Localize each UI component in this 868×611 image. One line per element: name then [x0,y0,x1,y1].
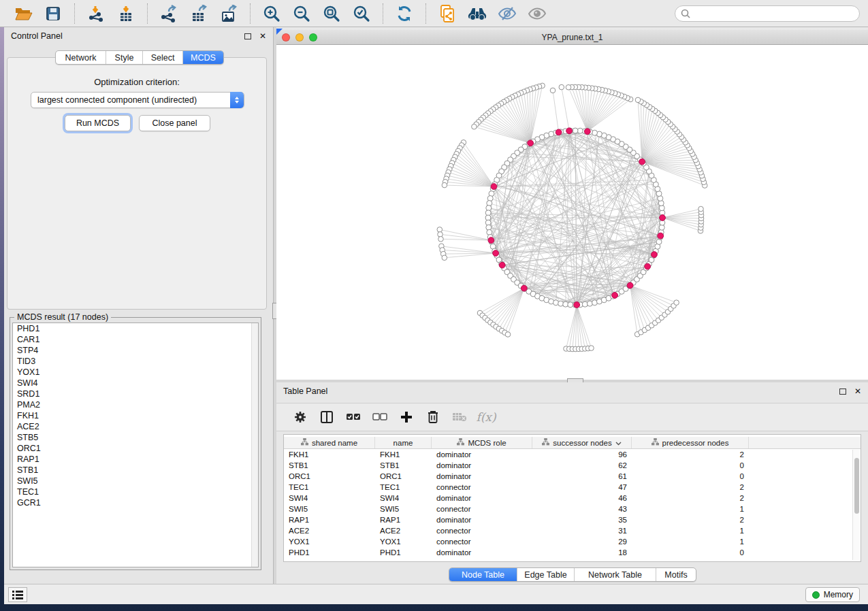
tab-edge-table[interactable]: Edge Table [517,568,575,581]
optimization-criterion-select[interactable]: largest connected component (undirected) [31,92,244,108]
select-all-columns-icon[interactable] [344,408,362,426]
mcds-result-item[interactable]: RAP1 [13,454,258,465]
toolbar-separator [425,3,426,24]
column-header-successor-nodes[interactable]: successor nodes [532,437,632,448]
list-icon [12,591,23,599]
mcds-result-item[interactable]: ACE2 [13,421,258,432]
search-box[interactable] [675,5,860,22]
zoom-out-icon[interactable] [291,3,312,24]
column-header-MCDS-role[interactable]: MCDS role [432,437,532,448]
tab-node-table[interactable]: Node Table [449,568,517,581]
import-network-icon[interactable] [86,3,106,24]
mcds-list-scrollbar[interactable] [251,323,258,567]
tab-network[interactable]: Network [56,51,106,64]
network-canvas[interactable] [276,45,868,380]
mcds-result-item[interactable]: PMA2 [13,399,258,410]
add-column-icon[interactable] [398,408,415,426]
zoom-selected-icon[interactable] [351,3,372,24]
column-label: predecessor nodes [662,439,729,447]
table-row[interactable]: FKH1FKH1dominator962 [284,449,861,460]
table-cell: TEC1 [375,483,432,491]
toolbar-separator [383,3,383,24]
scrollbar-thumb[interactable] [854,458,859,514]
table-row[interactable]: TEC1TEC1connector472 [284,482,861,493]
table-row[interactable]: ACE2ACE2connector311 [284,525,861,536]
network-view-panel: YPA_prune.txt_1 [276,27,868,380]
table-cell: PHD1 [284,548,375,557]
table-header-row: shared namenameMCDS rolesuccessor nodesp… [284,437,861,449]
memory-button[interactable]: Memory [805,587,860,602]
table-row[interactable]: SWI5SWI5connector431 [284,503,861,514]
mcds-result-item[interactable]: TEC1 [13,486,258,497]
column-header-name[interactable]: name [375,437,432,448]
float-panel-icon[interactable] [244,33,251,39]
tab-network-table[interactable]: Network Table [575,568,656,581]
minimize-traffic-light-icon[interactable] [295,33,304,42]
export-table-icon[interactable] [189,3,209,24]
mcds-result-item[interactable]: SWI5 [13,476,258,486]
table-row[interactable]: YOX1YOX1connector291 [284,536,861,547]
mcds-result-item[interactable]: GCR1 [13,497,258,508]
mcds-result-list[interactable]: PHD1CAR1STP4TID3YOX1SWI4SRD1PMA2FKH1ACE2… [12,323,259,567]
close-panel-icon[interactable]: ✕ [259,32,266,40]
show-all-eye-icon[interactable] [527,3,547,24]
deselect-all-columns-icon[interactable] [371,408,389,426]
tab-motifs[interactable]: Motifs [656,568,696,581]
mcds-result-item[interactable]: FKH1 [13,410,258,421]
table-cell: FKH1 [375,450,432,459]
search-input[interactable] [694,8,854,19]
open-folder-icon[interactable] [13,3,33,24]
mcds-result-item[interactable]: SRD1 [13,389,258,399]
close-traffic-light-icon[interactable] [282,33,290,42]
table-cell: connector [432,538,532,546]
mcds-result-item[interactable]: STB1 [13,465,258,476]
tab-select[interactable]: Select [143,51,183,64]
maximize-traffic-light-icon[interactable] [309,33,317,42]
table-cell: YOX1 [375,538,432,546]
column-layout-icon[interactable] [318,408,336,426]
control-panel: Control Panel ✕ Network Style Select MCD… [4,27,274,584]
mcds-result-item[interactable]: SWI4 [13,378,258,389]
mcds-result-item[interactable]: CAR1 [13,334,258,345]
mcds-result-item[interactable]: YOX1 [13,367,258,378]
zoom-in-icon[interactable] [261,3,282,24]
main-toolbar [0,0,868,27]
table-row[interactable]: SWI4SWI4dominator462 [284,493,861,503]
column-header-shared-name[interactable]: shared name [284,437,375,448]
column-header-predecessor-nodes[interactable]: predecessor nodes [632,437,749,448]
mcds-result-item[interactable]: PHD1 [13,323,258,334]
zoom-fit-icon[interactable] [321,3,342,24]
export-image-icon[interactable] [219,3,239,24]
float-panel-icon[interactable] [839,389,846,395]
mcds-result-item[interactable]: STB5 [13,432,258,443]
task-history-button[interactable] [8,587,27,602]
table-row[interactable]: ORC1ORC1dominator610 [284,471,861,482]
table-row[interactable]: PHD1PHD1dominator180 [284,547,861,558]
copy-network-icon[interactable] [437,3,457,24]
refresh-icon[interactable] [394,3,415,24]
mcds-result-item[interactable]: ORC1 [13,443,258,454]
table-cell: 0 [632,548,749,557]
close-panel-icon[interactable]: ✕ [854,387,861,395]
export-network-icon[interactable] [159,3,179,24]
save-icon[interactable] [43,3,63,24]
hide-selected-eye-slash-icon[interactable] [497,3,517,24]
close-panel-button[interactable]: Close panel [139,115,210,131]
delete-column-trash-icon[interactable] [424,408,442,426]
table-options-gear-icon[interactable] [291,408,309,426]
import-table-icon[interactable] [116,3,136,24]
tab-mcds[interactable]: MCDS [183,51,223,64]
mcds-result-item[interactable]: STP4 [13,345,258,356]
table-row[interactable]: RAP1RAP1dominator352 [284,514,861,525]
node-table[interactable]: shared namenameMCDS rolesuccessor nodesp… [283,434,861,562]
app-window: Control Panel ✕ Network Style Select MCD… [4,27,868,604]
criterion-selected-value: largest connected component (undirected) [37,95,197,105]
binoculars-icon[interactable] [467,3,487,24]
table-tabs: Node Table Edge Table Network Table Moti… [449,567,696,582]
table-scrollbar[interactable] [852,450,860,560]
tab-style[interactable]: Style [106,51,143,64]
mcds-result-item[interactable]: TID3 [13,356,258,367]
network-frame-titlebar[interactable]: YPA_prune.txt_1 [276,30,868,45]
table-row[interactable]: STB1STB1dominator620 [284,460,861,471]
run-mcds-button[interactable]: Run MCDS [65,115,131,131]
